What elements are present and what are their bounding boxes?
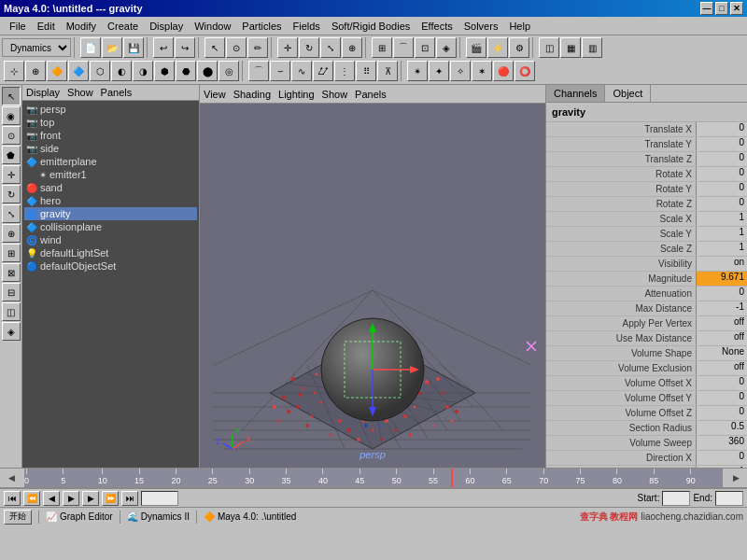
tb-render-settings[interactable]: ⚙ xyxy=(509,37,529,58)
tb2-5[interactable]: ⬡ xyxy=(90,61,110,81)
prev-key-button[interactable]: ⏪ xyxy=(23,491,40,506)
tb2-deform3[interactable]: ⊼ xyxy=(377,61,398,81)
tool-rotate[interactable]: ↻ xyxy=(2,185,21,203)
tb2-p5[interactable]: 🔴 xyxy=(493,61,514,81)
channel-value[interactable]: 0 xyxy=(696,152,747,166)
channel-row-volume-offset-x[interactable]: Volume Offset X 0 xyxy=(546,376,747,391)
timeline-ruler[interactable]: 05101520253035404550556065707580859095 xyxy=(24,469,723,487)
maximize-button[interactable]: □ xyxy=(715,2,728,15)
channel-value[interactable]: 360 xyxy=(696,436,747,450)
tb-universal[interactable]: ⊕ xyxy=(342,37,362,58)
channel-value[interactable]: 0 xyxy=(696,287,747,301)
tb-input[interactable]: ▦ xyxy=(560,37,581,58)
channel-value[interactable]: 0 xyxy=(696,197,747,211)
tb2-p3[interactable]: ✧ xyxy=(450,61,471,81)
tb-lasso[interactable]: ⊙ xyxy=(226,37,247,58)
channel-value[interactable]: 0 xyxy=(696,182,747,196)
channel-row-translate-z[interactable]: Translate Z 0 xyxy=(546,152,747,167)
tab-object[interactable]: Object xyxy=(605,85,651,102)
viewport-panels-menu[interactable]: Panels xyxy=(355,89,387,100)
tb-snap-view[interactable]: ◈ xyxy=(436,37,457,58)
channel-value[interactable]: -1 xyxy=(696,301,747,315)
tb2-2[interactable]: ⊕ xyxy=(25,61,46,81)
channel-value[interactable]: None xyxy=(696,346,747,360)
tb-scale[interactable]: ⤡ xyxy=(320,37,341,58)
channel-value[interactable]: 1 xyxy=(696,242,747,256)
viewport-canvas[interactable]: X Y Z persp xyxy=(200,104,545,468)
tool-lasso[interactable]: ⊙ xyxy=(2,126,21,145)
tb2-9[interactable]: ⬣ xyxy=(176,61,196,81)
menu-effects[interactable]: Effects xyxy=(416,19,458,34)
channel-row-attenuation[interactable]: Attenuation 0 xyxy=(546,287,747,301)
tb2-curve4[interactable]: ⌰ xyxy=(313,61,333,81)
channel-row-use-max-distance[interactable]: Use Max Distance off xyxy=(546,331,747,346)
tb-render[interactable]: 🎬 xyxy=(466,37,486,58)
channel-row-translate-x[interactable]: Translate X 0 xyxy=(546,122,747,137)
channel-value[interactable]: 0 xyxy=(696,451,747,465)
channel-row-direction-y[interactable]: Direction Y -1 xyxy=(546,466,747,468)
tool-universal[interactable]: ⊕ xyxy=(2,224,21,243)
tab-channels[interactable]: Channels xyxy=(546,85,605,102)
menu-modify[interactable]: Modify xyxy=(61,19,102,34)
tb-move[interactable]: ✛ xyxy=(277,37,298,58)
tb2-curve3[interactable]: ∿ xyxy=(291,61,312,81)
tb2-11[interactable]: ◎ xyxy=(218,61,239,81)
channel-row-scale-x[interactable]: Scale X 1 xyxy=(546,212,747,227)
viewport-view-menu[interactable]: View xyxy=(204,89,226,100)
channel-value[interactable]: on xyxy=(696,257,747,271)
channel-row-translate-y[interactable]: Translate Y 0 xyxy=(546,137,747,152)
outliner-item-defaultObjectSet[interactable]: 🔵 defaultObjectSet xyxy=(24,259,197,273)
tb-ipr[interactable]: ⚡ xyxy=(487,37,508,58)
menu-file[interactable]: File xyxy=(4,19,32,34)
channel-row-apply-per-vertex[interactable]: Apply Per Vertex off xyxy=(546,316,747,331)
channel-value[interactable]: 0 xyxy=(696,122,747,136)
tool-scale[interactable]: ⤡ xyxy=(2,204,21,223)
last-frame-button[interactable]: ⏭ xyxy=(121,491,138,506)
channel-value[interactable]: 0 xyxy=(696,391,747,405)
prev-frame-button[interactable]: ◀ xyxy=(43,491,60,506)
channel-row-rotate-z[interactable]: Rotate Z 0 xyxy=(546,197,747,212)
close-button[interactable]: ✕ xyxy=(730,2,743,15)
tb2-deform2[interactable]: ⠿ xyxy=(356,61,376,81)
range-start-input[interactable]: 1 xyxy=(662,491,690,506)
next-key-button[interactable]: ⏩ xyxy=(102,491,119,506)
channel-row-max-distance[interactable]: Max Distance -1 xyxy=(546,301,747,316)
outliner-item-side[interactable]: 📷 side xyxy=(24,142,197,155)
outliner-item-sand[interactable]: 🔴 sand xyxy=(24,181,197,194)
menu-soft-rigid[interactable]: Soft/Rigid Bodies xyxy=(326,19,416,34)
tb2-8[interactable]: ⬢ xyxy=(154,61,175,81)
start-button[interactable]: 开始 xyxy=(4,510,32,525)
tool-paint[interactable]: ◉ xyxy=(2,106,21,125)
tb2-p1[interactable]: ✴ xyxy=(407,61,428,81)
tb-snap-point[interactable]: ⊡ xyxy=(415,37,435,58)
tool-extra2[interactable]: ◈ xyxy=(2,322,21,341)
menu-display[interactable]: Display xyxy=(144,19,189,34)
channel-value[interactable]: 0 xyxy=(696,167,747,181)
tb-undo[interactable]: ↩ xyxy=(153,37,174,58)
channel-row-volume-offset-y[interactable]: Volume Offset Y 0 xyxy=(546,391,747,406)
channel-row-magnitude[interactable]: Magnitude 9.671 xyxy=(546,272,747,287)
viewport-show-menu[interactable]: Show xyxy=(322,89,348,100)
outliner-item-persp[interactable]: 📷 persp xyxy=(24,103,197,116)
timeline-playhead[interactable] xyxy=(451,469,453,487)
outliner-item-emitterplane[interactable]: 🔷 emitterplane xyxy=(24,155,197,168)
tb-select[interactable]: ↖ xyxy=(204,37,225,58)
tb2-1[interactable]: ⊹ xyxy=(4,61,24,81)
tb2-p4[interactable]: ✶ xyxy=(472,61,492,81)
channel-value[interactable]: 0 xyxy=(696,406,747,420)
channel-row-section-radius[interactable]: Section Radius 0.5 xyxy=(546,421,747,436)
tb-paint[interactable]: ✏ xyxy=(247,37,268,58)
tb-snap-grid[interactable]: ⊞ xyxy=(372,37,392,58)
channel-row-volume-exclusion[interactable]: Volume Exclusion off xyxy=(546,361,747,376)
tb-output[interactable]: ▥ xyxy=(582,37,602,58)
minimize-button[interactable]: — xyxy=(700,2,713,15)
tb2-7[interactable]: ◑ xyxy=(133,61,153,81)
tb2-curve2[interactable]: ⌣ xyxy=(270,61,290,81)
menu-help[interactable]: Help xyxy=(503,19,536,34)
outliner-item-emitter1[interactable]: ✴ emitter1 xyxy=(24,168,197,181)
channel-value[interactable]: -1 xyxy=(696,466,747,468)
tb2-4[interactable]: 🔷 xyxy=(68,61,89,81)
channel-row-direction-x[interactable]: Direction X 0 xyxy=(546,451,747,466)
outliner-item-collisionplane[interactable]: 🔷 collisionplane xyxy=(24,220,197,233)
channel-row-rotate-x[interactable]: Rotate X 0 xyxy=(546,167,747,182)
